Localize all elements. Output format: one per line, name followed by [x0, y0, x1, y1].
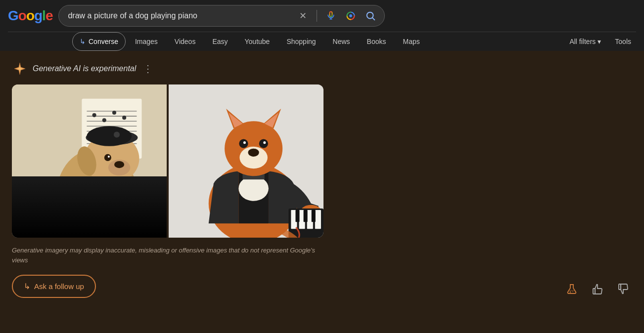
dog-piano-image-1: [12, 84, 167, 238]
tab-converse[interactable]: ↳ Converse: [72, 32, 126, 51]
more-options-icon[interactable]: ⋮: [143, 63, 153, 75]
svg-point-59: [243, 141, 246, 144]
svg-point-18: [92, 113, 96, 117]
tab-books-label: Books: [367, 38, 386, 45]
tab-youtube[interactable]: Youtube: [237, 32, 277, 51]
thumbs-down-icon: [617, 283, 629, 295]
search-input[interactable]: draw a picture of a dog playing piano: [68, 11, 295, 20]
svg-rect-33: [37, 213, 137, 238]
svg-point-72: [570, 291, 571, 293]
svg-rect-35: [51, 215, 60, 232]
microphone-icon: [326, 11, 336, 21]
svg-point-21: [122, 116, 126, 120]
svg-point-19: [102, 118, 106, 122]
clear-icon: ✕: [299, 10, 307, 21]
google-logo[interactable]: Google: [8, 8, 52, 24]
converse-arrow-icon: ↳: [80, 38, 86, 45]
svg-rect-68: [295, 210, 299, 222]
header: Google draw a picture of a dog playing p…: [0, 0, 644, 51]
ai-badge-text: Generative AI is experimental: [33, 64, 136, 73]
microphone-button[interactable]: [323, 8, 339, 24]
clear-button[interactable]: ✕: [295, 8, 311, 24]
follow-up-label: Ask a follow up: [34, 282, 84, 291]
generated-image-1[interactable]: [12, 84, 167, 238]
svg-rect-74: [593, 289, 595, 294]
tab-news-label: News: [333, 38, 350, 45]
svg-line-6: [373, 18, 375, 20]
svg-rect-36: [62, 215, 71, 232]
main-content: Generative AI is experimental ⋮: [0, 51, 644, 308]
svg-point-28: [114, 161, 124, 168]
follow-up-arrow-icon: ↳: [24, 282, 30, 291]
svg-rect-45: [103, 215, 109, 226]
tab-youtube-label: Youtube: [245, 38, 270, 45]
svg-rect-43: [80, 215, 86, 226]
svg-point-58: [239, 139, 248, 148]
svg-point-73: [572, 291, 573, 292]
lens-icon: [346, 11, 356, 21]
tab-maps-label: Maps: [403, 38, 420, 45]
svg-rect-44: [92, 215, 97, 226]
dog-piano-image-2: [169, 84, 323, 238]
svg-rect-38: [85, 215, 94, 232]
all-filters-label: All filters: [569, 38, 596, 45]
svg-point-60: [259, 139, 268, 148]
search-button[interactable]: [363, 8, 378, 24]
svg-rect-34: [40, 215, 48, 232]
svg-point-57: [248, 149, 259, 157]
tab-videos-label: Videos: [175, 38, 196, 45]
ai-star-icon: [12, 61, 28, 77]
chevron-down-icon: ▾: [598, 38, 601, 45]
svg-rect-70: [312, 210, 316, 222]
flask-button[interactable]: [563, 280, 581, 298]
tab-images-label: Images: [135, 38, 158, 45]
svg-rect-69: [304, 210, 308, 222]
search-bar: draw a picture of a dog playing piano ✕: [58, 5, 385, 27]
svg-point-25: [87, 126, 132, 146]
tools-label: Tools: [615, 38, 631, 45]
tab-maps[interactable]: Maps: [396, 32, 427, 51]
follow-up-button[interactable]: ↳ Ask a follow up: [12, 275, 96, 298]
svg-rect-67: [315, 210, 321, 229]
image-grid: [12, 84, 323, 238]
bottom-actions: [563, 280, 632, 298]
thumbs-down-button[interactable]: [614, 280, 632, 298]
svg-rect-40: [108, 215, 117, 232]
svg-point-29: [104, 154, 111, 161]
svg-point-49: [238, 176, 269, 201]
lens-button[interactable]: [343, 8, 359, 24]
tab-shopping-label: Shopping: [286, 38, 316, 45]
tab-images[interactable]: Images: [128, 32, 165, 51]
svg-rect-46: [12, 204, 62, 238]
ai-badge: Generative AI is experimental ⋮: [12, 61, 632, 77]
svg-point-4: [350, 14, 353, 17]
svg-point-20: [112, 111, 116, 115]
svg-point-30: [108, 156, 110, 158]
tab-easy-label: Easy: [212, 38, 228, 45]
svg-rect-42: [57, 215, 63, 226]
search-icon: [365, 10, 376, 21]
tab-news[interactable]: News: [325, 32, 358, 51]
flask-icon: [566, 283, 578, 295]
tab-shopping[interactable]: Shopping: [279, 32, 323, 51]
generated-image-2[interactable]: [169, 84, 323, 238]
search-icons: ✕: [295, 8, 378, 24]
tab-easy[interactable]: Easy: [205, 32, 235, 51]
ai-disclaimer: Generative imagery may display inaccurat…: [12, 246, 319, 265]
thumbs-up-icon: [592, 283, 603, 295]
all-filters-button[interactable]: All filters ▾: [564, 35, 606, 48]
tab-books[interactable]: Books: [360, 32, 394, 51]
tabs: ↳ Converse Images Videos Easy Youtube Sh…: [8, 32, 636, 51]
svg-rect-41: [46, 215, 51, 226]
header-top: Google draw a picture of a dog playing p…: [8, 5, 636, 32]
svg-point-61: [263, 141, 266, 144]
svg-rect-75: [619, 284, 621, 290]
tab-converse-label: Converse: [89, 38, 118, 45]
thumbs-up-button[interactable]: [589, 280, 606, 298]
tab-videos[interactable]: Videos: [167, 32, 203, 51]
search-divider: [317, 10, 317, 22]
tab-right-actions: All filters ▾ Tools: [564, 35, 636, 48]
tools-button[interactable]: Tools: [610, 35, 636, 48]
svg-rect-37: [74, 215, 83, 232]
svg-point-32: [59, 208, 94, 228]
